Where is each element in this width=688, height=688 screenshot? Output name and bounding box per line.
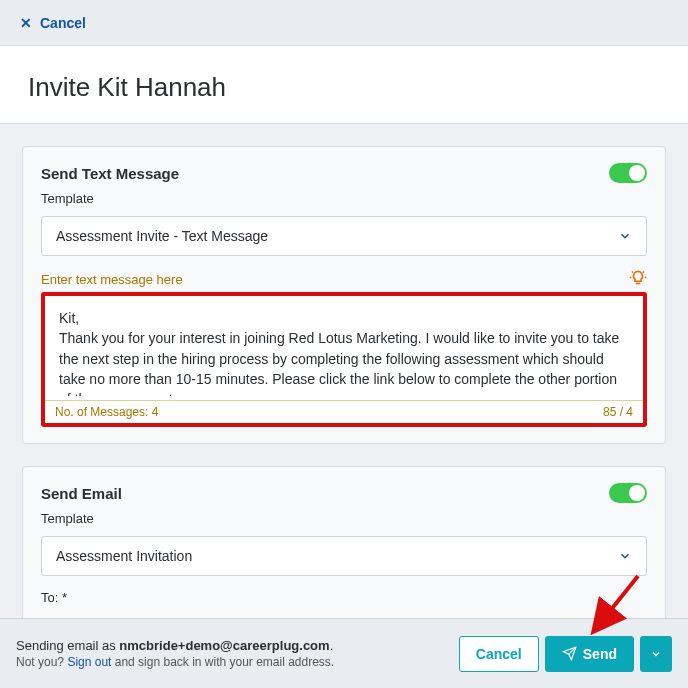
send-button[interactable]: Send <box>545 636 634 672</box>
sign-out-suffix: and sign back in with your email address… <box>111 655 334 669</box>
toggle-knob <box>629 485 645 501</box>
text-toggle[interactable] <box>609 163 647 183</box>
email-to-label: To: * <box>41 590 647 605</box>
cancel-top-label: Cancel <box>40 15 86 31</box>
top-bar: ✕ Cancel <box>0 0 688 46</box>
svg-line-4 <box>632 272 633 273</box>
lightbulb-icon[interactable] <box>629 270 647 288</box>
toggle-knob <box>629 165 645 181</box>
char-count: 85 / 4 <box>603 405 633 419</box>
email-toggle[interactable] <box>609 483 647 503</box>
close-icon: ✕ <box>20 15 32 31</box>
text-template-label: Template <box>41 191 647 206</box>
message-count: No. of Messages: 4 <box>55 405 158 419</box>
email-panel: Send Email Template Assessment Invitatio… <box>22 466 666 622</box>
text-template-select[interactable]: Assessment Invite - Text Message <box>41 216 647 256</box>
sending-suffix: . <box>330 638 334 653</box>
sending-line1: Sending email as nmcbride+demo@careerplu… <box>16 638 334 653</box>
svg-line-3 <box>643 272 644 273</box>
sending-address: nmcbride+demo@careerplug.com <box>119 638 329 653</box>
not-you-text: Not you? <box>16 655 67 669</box>
sending-line2: Not you? Sign out and sign back in with … <box>16 655 334 669</box>
text-body-input[interactable] <box>45 296 643 396</box>
chevron-down-icon <box>618 229 632 243</box>
text-prompt-row: Enter text message here <box>41 270 647 288</box>
action-buttons: Cancel Send <box>459 636 672 672</box>
send-label: Send <box>583 646 617 662</box>
chevron-down-icon <box>650 648 662 660</box>
cancel-label: Cancel <box>476 646 522 662</box>
page-title: Invite Kit Hannah <box>28 72 660 103</box>
sign-out-link[interactable]: Sign out <box>67 655 111 669</box>
chevron-down-icon <box>618 549 632 563</box>
send-dropdown-button[interactable] <box>640 636 672 672</box>
title-row: Invite Kit Hannah <box>0 46 688 123</box>
cancel-top-button[interactable]: ✕ Cancel <box>20 15 86 31</box>
sending-info: Sending email as nmcbride+demo@careerplu… <box>16 638 334 669</box>
text-template-value: Assessment Invite - Text Message <box>56 228 268 244</box>
email-heading: Send Email <box>41 485 122 502</box>
sending-prefix: Sending email as <box>16 638 119 653</box>
email-panel-header: Send Email <box>41 483 647 503</box>
content-area: Send Text Message Template Assessment In… <box>0 123 688 666</box>
text-panel-header: Send Text Message <box>41 163 647 183</box>
cancel-button[interactable]: Cancel <box>459 636 539 672</box>
email-template-value: Assessment Invitation <box>56 548 192 564</box>
text-message-panel: Send Text Message Template Assessment In… <box>22 146 666 444</box>
text-body-footer: No. of Messages: 4 85 / 4 <box>45 400 643 423</box>
text-body-highlight: No. of Messages: 4 85 / 4 <box>41 292 647 427</box>
email-template-select[interactable]: Assessment Invitation <box>41 536 647 576</box>
bottom-bar: Sending email as nmcbride+demo@careerplu… <box>0 618 688 688</box>
text-prompt: Enter text message here <box>41 272 183 287</box>
text-heading: Send Text Message <box>41 165 179 182</box>
email-template-label: Template <box>41 511 647 526</box>
paper-plane-icon <box>562 646 577 661</box>
